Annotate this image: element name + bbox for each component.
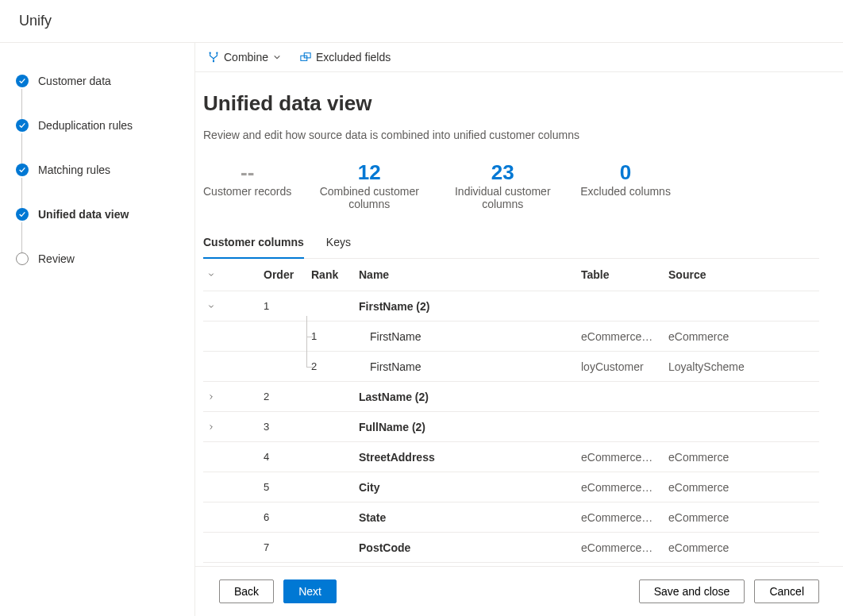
columns-table: Order Rank Name Table Source 1 FirstName… bbox=[203, 259, 819, 563]
combine-button[interactable]: Combine bbox=[208, 51, 281, 64]
cell-name: FirstName bbox=[354, 330, 576, 343]
merge-icon bbox=[208, 52, 219, 63]
circle-icon bbox=[16, 252, 29, 265]
chevron-down-icon[interactable] bbox=[203, 302, 219, 311]
cell-name: PostCode bbox=[354, 541, 576, 554]
cell-source: eCommerce bbox=[664, 330, 819, 343]
stat-customer-records: -- Customer records bbox=[203, 160, 291, 210]
wizard-sidebar: Customer data Deduplication rules Matchi… bbox=[0, 43, 194, 616]
check-icon bbox=[16, 164, 29, 176]
table-header: Order Rank Name Table Source bbox=[203, 259, 819, 291]
tabs: Customer columns Keys bbox=[203, 229, 819, 259]
excluded-fields-label: Excluded fields bbox=[316, 51, 391, 64]
stat-label: Individual customer columns bbox=[447, 185, 558, 210]
back-button[interactable]: Back bbox=[219, 579, 274, 603]
cell-name: FirstName bbox=[354, 360, 576, 373]
step-customer-data[interactable]: Customer data bbox=[16, 75, 179, 87]
chevron-down-icon bbox=[273, 53, 281, 61]
check-icon bbox=[16, 75, 29, 87]
step-label: Unified data view bbox=[38, 208, 129, 221]
col-name: Name bbox=[354, 268, 576, 281]
stat-value: -- bbox=[203, 160, 291, 185]
cancel-button[interactable]: Cancel bbox=[754, 579, 819, 603]
cell-table: eCommerceContacts bbox=[576, 481, 664, 494]
step-label: Deduplication rules bbox=[38, 119, 133, 132]
step-label: Review bbox=[38, 252, 75, 265]
check-icon bbox=[16, 208, 29, 221]
cell-table: loyCustomer bbox=[576, 360, 664, 373]
cell-rank: 1 bbox=[306, 330, 354, 342]
cell-rank: 2 bbox=[306, 360, 354, 372]
stat-combined-columns: 12 Combined customer columns bbox=[314, 160, 425, 210]
tab-customer-columns[interactable]: Customer columns bbox=[203, 229, 304, 258]
cell-name: State bbox=[354, 511, 576, 524]
table-row[interactable]: 1 FirstName eCommerceConta... eCommerce bbox=[203, 321, 819, 352]
table-row[interactable]: 4 StreetAddress eCommerceContacts eComme… bbox=[203, 442, 819, 472]
cell-source: eCommerce bbox=[664, 481, 819, 494]
step-matching-rules[interactable]: Matching rules bbox=[16, 164, 179, 176]
cell-source: eCommerce bbox=[664, 451, 819, 464]
step-label: Customer data bbox=[38, 75, 111, 87]
stat-value: 12 bbox=[314, 160, 425, 185]
page-header: Unify bbox=[0, 0, 843, 43]
step-connector bbox=[21, 133, 22, 165]
cell-order: 4 bbox=[259, 451, 306, 463]
cell-name: LastName (2) bbox=[354, 391, 576, 403]
step-unified-data-view[interactable]: Unified data view bbox=[16, 208, 179, 221]
cell-source: eCommerce bbox=[664, 541, 819, 554]
step-review[interactable]: Review bbox=[16, 252, 179, 265]
save-and-close-button[interactable]: Save and close bbox=[639, 579, 745, 603]
chevron-right-icon[interactable] bbox=[203, 392, 219, 402]
check-icon bbox=[16, 119, 29, 132]
table-row[interactable]: 7 PostCode eCommerceContacts eCommerce bbox=[203, 533, 819, 563]
cell-source: eCommerce bbox=[664, 511, 819, 524]
next-button[interactable]: Next bbox=[283, 579, 337, 603]
step-deduplication-rules[interactable]: Deduplication rules bbox=[16, 119, 179, 132]
table-row[interactable]: 3 FullName (2) bbox=[203, 412, 819, 442]
col-rank: Rank bbox=[306, 268, 354, 281]
table-row[interactable]: 6 State eCommerceContacts eCommerce bbox=[203, 502, 819, 533]
stat-value: 23 bbox=[447, 160, 558, 185]
table-row[interactable]: 5 City eCommerceContacts eCommerce bbox=[203, 472, 819, 502]
stat-label: Excluded columns bbox=[580, 185, 671, 198]
svg-point-1 bbox=[216, 52, 217, 54]
cell-name: FullName (2) bbox=[354, 421, 576, 433]
svg-point-2 bbox=[213, 60, 214, 62]
stat-excluded-columns: 0 Excluded columns bbox=[580, 160, 671, 210]
tab-keys[interactable]: Keys bbox=[326, 229, 351, 258]
cell-table: eCommerceConta... bbox=[576, 330, 664, 343]
cell-name: FirstName (2) bbox=[354, 300, 576, 313]
stat-individual-columns: 23 Individual customer columns bbox=[447, 160, 558, 210]
cell-table: eCommerceContacts bbox=[576, 541, 664, 554]
combine-label: Combine bbox=[224, 51, 268, 64]
footer: Back Next Save and close Cancel bbox=[195, 566, 843, 616]
cell-name: StreetAddress bbox=[354, 451, 576, 464]
cell-table: eCommerceContacts bbox=[576, 511, 664, 524]
cell-source: LoyaltyScheme bbox=[664, 360, 819, 373]
page-title: Unified data view bbox=[203, 91, 819, 116]
step-connector bbox=[21, 178, 22, 210]
cell-order: 5 bbox=[259, 481, 306, 493]
stats-row: -- Customer records 12 Combined customer… bbox=[203, 160, 819, 210]
exclude-icon bbox=[300, 52, 311, 63]
step-label: Matching rules bbox=[38, 164, 110, 176]
stat-value: 0 bbox=[580, 160, 671, 185]
cell-order: 7 bbox=[259, 541, 306, 553]
cell-name: City bbox=[354, 481, 576, 494]
step-connector bbox=[21, 222, 22, 254]
step-connector bbox=[21, 89, 22, 121]
cell-order: 1 bbox=[259, 300, 306, 312]
table-row[interactable]: 2 LastName (2) bbox=[203, 382, 819, 412]
chevron-down-icon[interactable] bbox=[203, 270, 219, 279]
cell-order: 2 bbox=[259, 391, 306, 402]
chevron-right-icon[interactable] bbox=[203, 422, 219, 432]
svg-point-0 bbox=[209, 52, 210, 54]
table-row[interactable]: 2 FirstName loyCustomer LoyaltyScheme bbox=[203, 352, 819, 382]
cell-table: eCommerceContacts bbox=[576, 451, 664, 464]
stat-label: Customer records bbox=[203, 185, 291, 198]
page-subtitle: Review and edit how source data is combi… bbox=[203, 129, 819, 141]
page-header-title: Unify bbox=[19, 13, 52, 29]
excluded-fields-button[interactable]: Excluded fields bbox=[300, 51, 391, 64]
table-row[interactable]: 1 FirstName (2) bbox=[203, 291, 819, 321]
toolbar: Combine Excluded fields bbox=[195, 43, 843, 72]
